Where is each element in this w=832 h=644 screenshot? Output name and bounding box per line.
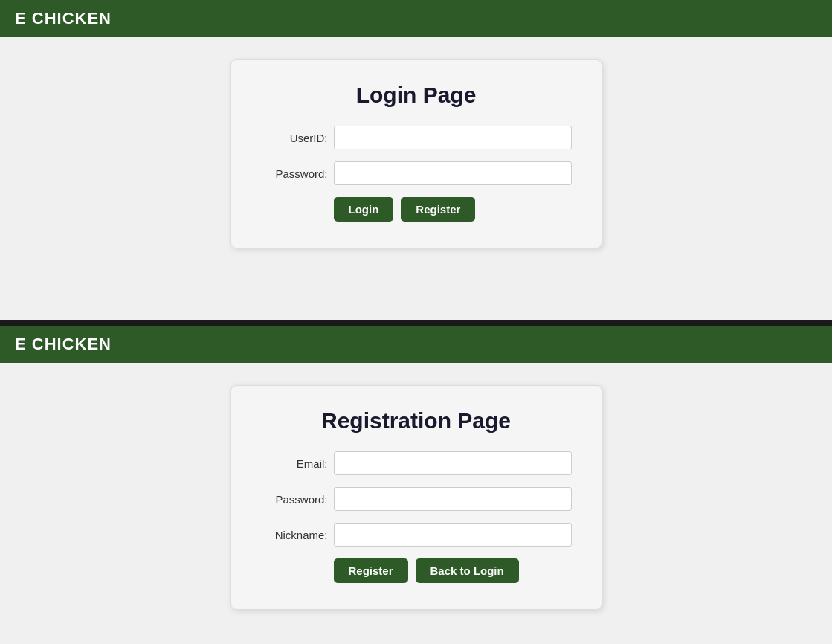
email-label: Email: <box>261 457 328 470</box>
login-card: Login Page UserID: Password: Login Regis… <box>230 59 602 248</box>
registration-card: Registration Page Email: Password: Nickn… <box>230 385 602 610</box>
login-register-button[interactable]: Register <box>401 197 475 222</box>
login-password-input[interactable] <box>334 161 572 185</box>
login-password-label: Password: <box>261 167 328 180</box>
login-header: E CHICKEN <box>0 0 832 37</box>
login-page-title: Login Page <box>261 83 572 108</box>
nickname-row: Nickname: <box>261 523 572 547</box>
login-password-row: Password: <box>261 161 572 185</box>
registration-header-title: E CHICKEN <box>15 335 112 354</box>
userid-label: UserID: <box>261 132 328 144</box>
registration-password-row: Password: <box>261 487 572 511</box>
registration-button-row: Register Back to Login <box>261 558 572 583</box>
registration-header: E CHICKEN <box>0 326 832 363</box>
login-button-row: Login Register <box>261 197 572 222</box>
section-divider <box>0 320 832 326</box>
login-section: E CHICKEN Login Page UserID: Password: L… <box>0 0 832 320</box>
registration-section: E CHICKEN Registration Page Email: Passw… <box>0 326 832 644</box>
back-to-login-button[interactable]: Back to Login <box>416 558 519 583</box>
userid-input[interactable] <box>334 126 572 149</box>
email-input[interactable] <box>334 451 572 475</box>
nickname-label: Nickname: <box>261 529 328 541</box>
nickname-input[interactable] <box>334 523 572 547</box>
registration-password-label: Password: <box>261 493 328 506</box>
registration-content-area: Registration Page Email: Password: Nickn… <box>0 363 832 644</box>
registration-password-input[interactable] <box>334 487 572 511</box>
registration-page-title: Registration Page <box>261 408 572 434</box>
login-header-title: E CHICKEN <box>15 9 112 28</box>
login-button[interactable]: Login <box>334 197 394 222</box>
login-content-area: Login Page UserID: Password: Login Regis… <box>0 37 832 320</box>
email-row: Email: <box>261 451 572 475</box>
register-button[interactable]: Register <box>334 558 408 583</box>
userid-row: UserID: <box>261 126 572 149</box>
